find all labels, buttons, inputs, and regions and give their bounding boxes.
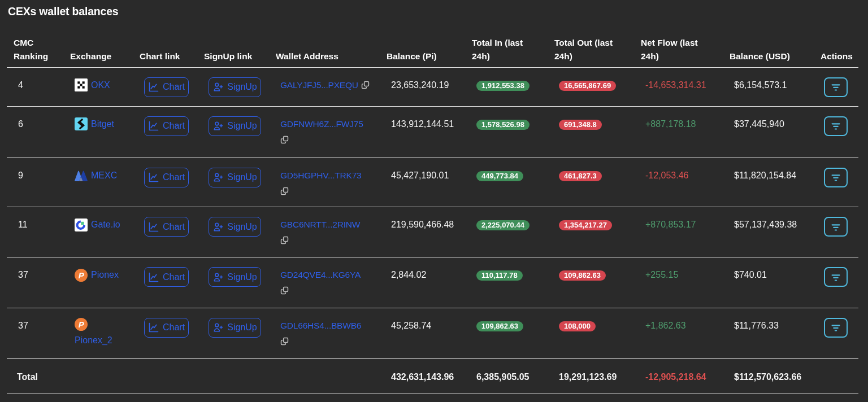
svg-text:P: P [79, 270, 85, 280]
svg-text:P: P [79, 320, 85, 329]
